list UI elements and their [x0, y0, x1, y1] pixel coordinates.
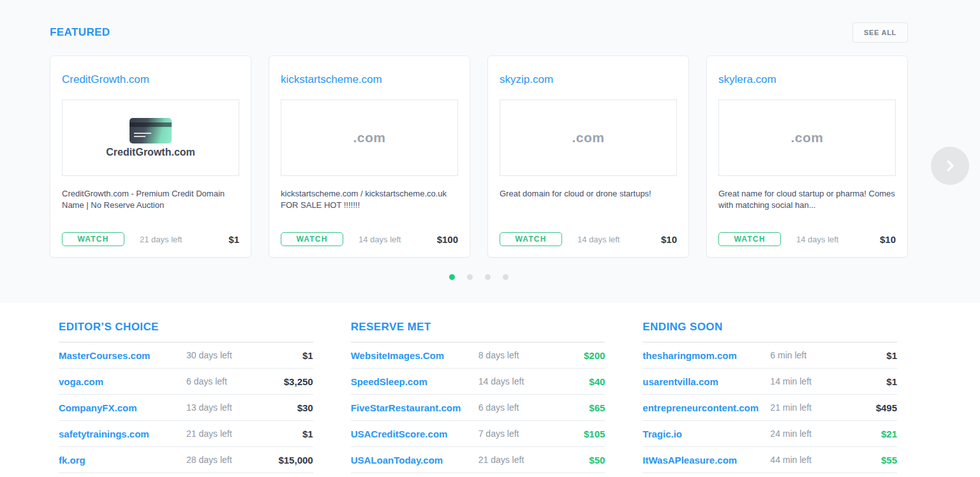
time-left: 28 days left: [186, 455, 232, 465]
auction-card[interactable]: CreditGrowth.com CreditGrowth.com Credit…: [50, 55, 251, 258]
price: $21: [881, 429, 897, 439]
ending-soon-column: ENDING SOON thesharingmom.com 6 min left…: [642, 321, 897, 473]
domain-link[interactable]: thesharingmom.com: [642, 350, 770, 361]
domain-link[interactable]: USACreditScore.com: [351, 429, 479, 439]
price: $3,250: [284, 376, 313, 387]
auction-card[interactable]: kickstartscheme.com .com kickstartscheme…: [269, 55, 470, 258]
featured-title: FEATURED: [50, 26, 110, 39]
card-image: .com: [718, 99, 896, 176]
domain-link[interactable]: usarentvilla.com: [642, 376, 770, 387]
time-left: 21 min left: [770, 402, 812, 413]
card-price: $1: [228, 234, 239, 245]
auction-card[interactable]: skylera.com .com Great name for cloud st…: [706, 55, 908, 258]
list-item[interactable]: FiveStarRestaurant.com 6 days left $65: [351, 395, 605, 421]
list-item[interactable]: USACreditScore.com 7 days left $105: [351, 421, 605, 447]
featured-header: FEATURED SEE ALL: [50, 23, 908, 42]
featured-section: FEATURED SEE ALL CreditGrowth.com Credit…: [0, 0, 980, 303]
card-line: [134, 133, 151, 134]
column-title: RESERVE MET: [351, 321, 605, 334]
card-price: $10: [880, 234, 896, 245]
price: $15,000: [278, 455, 313, 466]
domain-link[interactable]: WebsiteImages.Com: [351, 350, 479, 361]
card-footer: WATCH 14 days left $10: [500, 232, 677, 246]
list-item[interactable]: CompanyFX.com 13 days left $30: [59, 395, 313, 421]
card-footer: WATCH 14 days left $100: [281, 232, 458, 246]
card-domain-link[interactable]: kickstartscheme.com: [281, 73, 458, 86]
carousel-dot[interactable]: [503, 274, 509, 280]
column-title: EDITOR’S CHOICE: [59, 321, 313, 334]
time-left: 21 days left: [186, 429, 232, 439]
card-image: .com: [281, 99, 458, 176]
card-image: .com: [500, 99, 677, 176]
card-description: CreditGrowth.com - Premium Credit Domain…: [62, 188, 239, 211]
time-left: 44 min left: [770, 455, 812, 465]
list-item[interactable]: thesharingmom.com 6 min left $1: [642, 342, 897, 369]
price: $105: [584, 429, 605, 439]
domain-link[interactable]: SpeedSleep.com: [351, 376, 479, 387]
list-item[interactable]: ItWasAPleasure.com 44 min left $55: [642, 447, 897, 473]
list-item[interactable]: Tragic.io 24 min left $21: [642, 421, 897, 447]
list-item[interactable]: fk.org 28 days left $15,000: [59, 447, 313, 473]
watch-button[interactable]: WATCH: [500, 232, 562, 246]
credit-card-icon: [130, 118, 172, 143]
list-item[interactable]: voga.com 6 days left $3,250: [59, 369, 313, 395]
card-time-left: 14 days left: [577, 235, 620, 244]
carousel-dots: [50, 274, 908, 280]
domain-link[interactable]: USALoanToday.com: [351, 455, 479, 466]
auction-card[interactable]: skyzip.com .com Great domain for cloud o…: [487, 55, 689, 258]
carousel-dot[interactable]: [467, 274, 473, 280]
price: $1: [302, 350, 313, 361]
list-item[interactable]: safetytrainings.com 21 days left $1: [59, 421, 313, 447]
domain-link[interactable]: FiveStarRestaurant.com: [351, 402, 479, 413]
card-image: CreditGrowth.com: [62, 99, 239, 176]
domain-link[interactable]: ItWasAPleasure.com: [642, 455, 770, 466]
featured-inner: FEATURED SEE ALL CreditGrowth.com Credit…: [50, 23, 908, 280]
domain-link[interactable]: Tragic.io: [642, 429, 770, 439]
list-item[interactable]: WebsiteImages.Com 8 days left $200: [351, 342, 605, 369]
featured-cards: CreditGrowth.com CreditGrowth.com Credit…: [50, 55, 908, 258]
watch-button[interactable]: WATCH: [718, 232, 781, 246]
card-time-left: 21 days left: [140, 235, 182, 244]
carousel-next-button[interactable]: [931, 147, 969, 185]
time-left: 6 days left: [186, 376, 227, 386]
list-item[interactable]: usarentvilla.com 14 min left $1: [642, 369, 897, 395]
chevron-right-icon: [943, 159, 957, 173]
domain-link[interactable]: MasterCourses.com: [59, 350, 186, 361]
editors-choice-column: EDITOR’S CHOICE MasterCourses.com 30 day…: [59, 321, 313, 473]
price: $55: [881, 455, 897, 466]
price: $65: [589, 402, 605, 413]
card-description: kickstartscheme.com / kickstartscheme.co…: [281, 188, 458, 211]
see-all-button[interactable]: SEE ALL: [852, 22, 908, 43]
column-title: ENDING SOON: [642, 321, 897, 334]
list-item[interactable]: MasterCourses.com 30 days left $1: [59, 342, 313, 369]
domain-link[interactable]: CompanyFX.com: [59, 402, 186, 413]
price: $1: [886, 350, 897, 361]
domain-link[interactable]: fk.org: [59, 455, 186, 466]
price: $30: [297, 402, 313, 413]
list-item[interactable]: USALoanToday.com 21 days left $50: [351, 447, 605, 473]
card-domain-link[interactable]: skylera.com: [718, 73, 896, 86]
dotcom-placeholder: .com: [572, 130, 604, 145]
watch-button[interactable]: WATCH: [281, 232, 343, 246]
dotcom-placeholder: .com: [791, 130, 823, 145]
card-line: [134, 136, 145, 137]
time-left: 14 days left: [479, 376, 524, 386]
time-left: 6 days left: [479, 402, 519, 413]
carousel-dot[interactable]: [485, 274, 491, 280]
card-footer: WATCH 14 days left $10: [718, 232, 896, 246]
card-logo-text: CreditGrowth.com: [106, 147, 195, 158]
watch-button[interactable]: WATCH: [62, 232, 124, 246]
carousel-dot-active[interactable]: [449, 274, 455, 280]
time-left: 8 days left: [479, 350, 519, 360]
domain-link[interactable]: voga.com: [59, 376, 186, 387]
highlight-lists: EDITOR’S CHOICE MasterCourses.com 30 day…: [59, 321, 897, 473]
list-item[interactable]: SpeedSleep.com 14 days left $40: [351, 369, 605, 395]
domain-link[interactable]: entrepreneurcontent.com: [642, 402, 770, 413]
card-domain-link[interactable]: skyzip.com: [500, 73, 677, 86]
price: $50: [589, 455, 605, 466]
card-domain-link[interactable]: CreditGrowth.com: [62, 73, 239, 86]
list-item[interactable]: entrepreneurcontent.com 21 min left $495: [642, 395, 897, 421]
domain-link[interactable]: safetytrainings.com: [59, 429, 186, 439]
time-left: 6 min left: [770, 350, 806, 360]
time-left: 21 days left: [479, 455, 524, 465]
